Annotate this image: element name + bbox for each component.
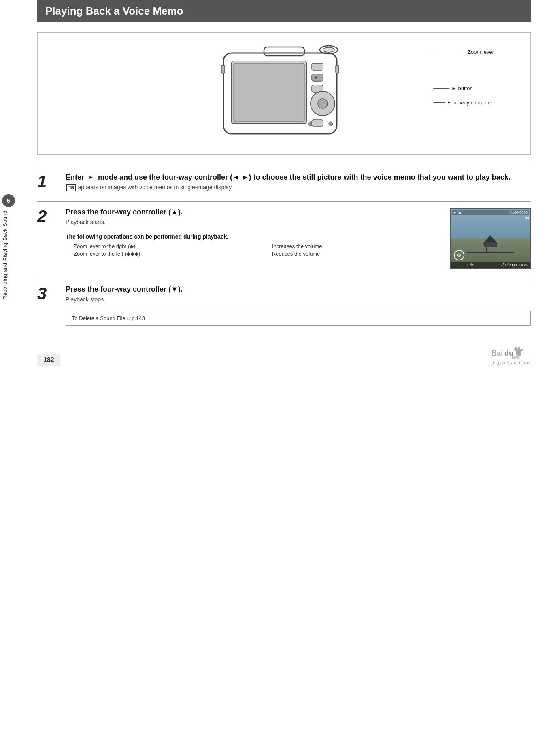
play-mode-icon: ► [87, 174, 95, 181]
svg-text:Bai: Bai [491, 349, 503, 357]
step-1-title: Enter ► mode and use the four-way contro… [66, 173, 531, 182]
camera-svg [199, 41, 369, 146]
operation-label-1: Zoom lever to the right (◆) [74, 243, 260, 249]
operation-label-2: Zoom lever to the left (◆◆◆) [74, 251, 260, 257]
step-2-inner: Press the four-way controller (▲). Playb… [66, 208, 531, 269]
svg-point-21 [518, 347, 520, 349]
diagram-container: Zoom lever ► button Four-way controller [46, 41, 522, 146]
voice-memo-indicator: □◙ [66, 184, 76, 192]
four-way-label: Four-way controller [447, 100, 492, 106]
svg-point-10 [318, 99, 328, 108]
chapter-title: Recording and Playing Back Sound [2, 210, 8, 300]
svg-point-12 [329, 122, 333, 126]
step-1-content: Enter ► mode and use the four-way contro… [66, 173, 531, 191]
step-2-desc: Playback starts. [66, 219, 442, 225]
operations-section: The following operations can be performe… [66, 233, 442, 257]
step-1-desc: □◙ appears on images with voice memos in… [66, 184, 531, 191]
step-2-title: Press the four-way controller (▲). [66, 208, 442, 216]
playback-hud-top: ► □◙ □100-0038 [452, 210, 529, 215]
nav-circle-icon [454, 250, 464, 260]
playback-image: ► □◙ □100-0038 ▮▮ Edit 02/02/2009 14 [450, 208, 531, 269]
step-2: 2 Press the four-way controller (▲). Pla… [37, 201, 531, 269]
step-2-content: Press the four-way controller (▲). Playb… [66, 208, 531, 269]
step-3-desc: Playback stops. [66, 296, 531, 303]
operation-value-1: Increases the volume [272, 243, 442, 249]
page-number: 182 [37, 354, 60, 366]
page-header: Playing Back a Voice Memo [37, 0, 531, 22]
svg-rect-5 [234, 63, 304, 122]
note-box: To Delete a Sound File ☞p.143 [66, 311, 531, 326]
svg-rect-17 [336, 65, 339, 73]
play-button-label: ► button [451, 85, 473, 91]
playback-hud-bottom: Edit 02/02/2009 14:25 [451, 262, 530, 268]
svg-point-3 [323, 47, 334, 52]
playback-image-inner: ► □◙ □100-0038 ▮▮ Edit 02/02/2009 14 [451, 209, 530, 268]
side-tab: 6 Recording and Playing Back Sound [0, 0, 17, 756]
camera-diagram-box: Zoom lever ► button Four-way controller [37, 32, 531, 155]
svg-rect-13 [312, 120, 323, 126]
page-bottom: 182 Bai du 经验 jingyan.baidu.com [37, 342, 531, 366]
step-3-content: Press the four-way controller (▼). Playb… [66, 285, 531, 326]
page-title: Playing Back a Voice Memo [45, 5, 523, 17]
main-content: Playing Back a Voice Memo [17, 0, 551, 382]
zoom-lever-label: Zoom lever [468, 49, 494, 55]
watermark-url: jingyan.baidu.com [491, 360, 531, 366]
step-1-number: 1 [37, 173, 57, 190]
step-1: 1 Enter ► mode and use the four-way cont… [37, 167, 531, 191]
step-2-number: 2 [37, 208, 57, 225]
svg-text:经验: 经验 [511, 355, 520, 360]
step-2-text: Press the four-way controller (▲). Playb… [66, 208, 442, 263]
note-text: To Delete a Sound File ☞p.143 [72, 315, 145, 321]
chapter-number: 6 [2, 194, 15, 207]
svg-rect-16 [221, 65, 225, 73]
operations-title: The following operations can be performe… [66, 233, 442, 240]
watermark-logo: Bai du 经验 [491, 346, 531, 360]
watermark: Bai du 经验 jingyan.baidu.com [491, 346, 531, 366]
svg-rect-6 [312, 63, 323, 70]
step-3-number: 3 [37, 285, 57, 302]
baidu-logo-svg: Bai du 经验 [491, 346, 524, 360]
operation-value-2: Reduces the volume [272, 251, 442, 257]
step-3: 3 Press the four-way controller (▼). Pla… [37, 279, 531, 326]
svg-rect-1 [264, 47, 304, 56]
step-3-title: Press the four-way controller (▼). [66, 285, 531, 294]
